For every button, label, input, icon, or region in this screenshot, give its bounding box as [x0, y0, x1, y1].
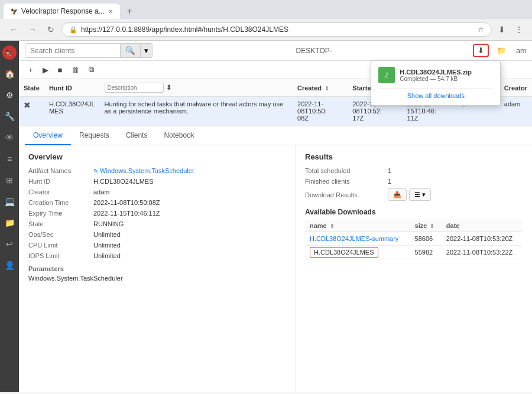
main-content: 🔍 ▾ DESKTOP- ⬇ Z H.CDL38O24JLMES.zip Com… [19, 41, 532, 392]
download-icon-btn[interactable]: ⬇ [473, 44, 489, 57]
avail-col-name[interactable]: name ⇕ [305, 220, 410, 232]
params-section: Parameters Windows.System.TaskScheduler [28, 265, 286, 282]
cell-creator: adam [499, 97, 532, 126]
download-btn-1[interactable]: 📥 [388, 188, 407, 201]
desktop-label: DESKTOP- [296, 47, 332, 55]
finished-clients-value: 1 [388, 178, 391, 185]
creation-time-label: Creation Time [28, 199, 93, 206]
sidebar-icon-tools[interactable]: 🔧 [0, 107, 19, 126]
finished-clients-label: Finished clients [305, 178, 388, 185]
refresh-btn[interactable]: ↻ [44, 24, 58, 35]
hunt-id-row: Hunt ID H.CDL38O24JLMES [28, 178, 286, 185]
search-container[interactable]: 🔍 ▾ [25, 43, 153, 58]
cell-state: ✖ [19, 97, 44, 126]
expiry-time-row: Expiry Time 2022-11-15T10:46:11Z [28, 210, 286, 217]
filter-sort-icon[interactable]: ⇕ [166, 84, 171, 92]
avail-col-date: date [442, 220, 523, 232]
state-row: State RUNNING [28, 220, 286, 227]
sidebar-icon-grid[interactable]: ⊞ [0, 171, 19, 190]
download-filename: H.CDL38O24JLMES.zip [400, 69, 493, 76]
download-popup-container: ⬇ Z H.CDL38O24JLMES.zip Completed — 54.7… [473, 44, 489, 57]
avail-cell-size-0: 58606 [410, 232, 442, 246]
download-item: Z H.CDL38O24JLMES.zip Completed — 54.7 k… [378, 67, 493, 83]
tab-overview[interactable]: Overview [25, 126, 71, 145]
creator-value: adam [93, 188, 110, 196]
download-info: H.CDL38O24JLMES.zip Completed — 54.7 kB [400, 69, 493, 82]
sidebar-icon-view[interactable]: 👁 [0, 128, 19, 147]
bookmark-icon[interactable]: ☆ [478, 25, 484, 34]
download-separator [378, 88, 493, 89]
download-btn-2[interactable]: ☰ ▾ [409, 188, 431, 201]
new-tab-btn[interactable]: + [124, 6, 136, 17]
avail-download-link-1[interactable]: H.CDL38O24JLMES [310, 247, 378, 258]
copy-hunt-btn[interactable]: ⧉ [85, 63, 98, 76]
url-input[interactable] [81, 25, 474, 34]
sidebar-icon-home[interactable]: 🏠 [0, 64, 19, 83]
extensions-btn[interactable]: ⬇ [495, 24, 508, 35]
back-btn[interactable]: ← [6, 24, 21, 35]
total-scheduled-row: Total scheduled 1 [305, 167, 523, 174]
description-filter-input[interactable] [105, 83, 164, 93]
avail-cell-date-0: 2022-11-08T10:53:20Z [442, 232, 523, 246]
active-tab[interactable]: 🦅 Velociraptor Response a... ✕ [4, 4, 120, 19]
total-scheduled-label: Total scheduled [305, 167, 388, 174]
avail-cell-name-1: H.CDL38O24JLMES [305, 246, 410, 259]
address-bar[interactable]: 🔒 ☆ [61, 22, 492, 37]
iops-limit-label: IOPS Limit [28, 252, 93, 259]
artifact-names-label: Artifact Names [28, 167, 93, 174]
col-state: State [19, 79, 44, 97]
search-dropdown-btn[interactable]: ▾ [140, 44, 152, 57]
avail-col-size[interactable]: size ⇕ [410, 220, 442, 232]
expiry-time-value: 2022-11-15T10:46:11Z [93, 210, 160, 217]
browser-actions: ⬇ ⋮ [495, 24, 526, 35]
overview-left: Overview Artifact Names Windows.System.T… [19, 145, 296, 392]
cell-created: 2022-11-08T10:50: 08Z [293, 97, 348, 126]
top-toolbar: 🔍 ▾ DESKTOP- ⬇ Z H.CDL38O24JLMES.zip Com… [19, 41, 532, 61]
avail-download-link-0[interactable]: H.CDL38O24JLMES-summary [310, 235, 398, 242]
sidebar-icon-user[interactable]: 👤 [0, 256, 19, 275]
state-label: State [28, 220, 93, 227]
tab-notebook[interactable]: Notebook [155, 126, 202, 145]
forward-btn[interactable]: → [25, 24, 40, 35]
download-file-icon: Z [378, 67, 395, 83]
sidebar-icon-list[interactable]: ≡ [0, 149, 19, 168]
available-downloads-title: Available Downloads [305, 208, 523, 216]
sidebar-icon-settings[interactable]: ⚙ [0, 86, 19, 105]
col-creator: Creator [499, 79, 532, 97]
sidebar-icon-folder[interactable]: 📁 [0, 213, 19, 232]
search-input[interactable] [25, 44, 120, 57]
creation-time-value: 2022-11-08T10:50:08Z [93, 199, 160, 206]
tab-requests[interactable]: Requests [71, 126, 118, 145]
detail-panel: Overview Requests Clients Notebook Overv… [19, 126, 532, 392]
add-hunt-btn[interactable]: + [25, 64, 37, 76]
folder-icon-btn[interactable]: 📁 [494, 45, 509, 56]
available-downloads-table: name ⇕ size ⇕ date H.CDL38O24JLMES-summa… [305, 220, 523, 259]
tab-title: Velociraptor Response a... [21, 7, 105, 15]
play-hunt-btn[interactable]: ▶ [39, 64, 52, 76]
stop-hunt-btn[interactable]: ■ [54, 64, 66, 76]
col-created[interactable]: Created ⇕ [293, 79, 348, 97]
cpu-limit-label: CPU Limit [28, 242, 93, 249]
avail-row-0: H.CDL38O24JLMES-summary 58606 2022-11-08… [305, 232, 523, 246]
tab-clients[interactable]: Clients [118, 126, 156, 145]
overview-title: Overview [28, 152, 286, 161]
avail-cell-size-1: 55982 [410, 246, 442, 259]
avail-cell-date-1: 2022-11-08T10:53:22Z [442, 246, 523, 259]
download-btns: 📥 ☰ ▾ [388, 188, 431, 201]
col-description: ⇕ [100, 79, 293, 97]
state-icon: ✖ [24, 100, 31, 110]
ops-sec-label: Ops/Sec [28, 231, 93, 238]
sidebar-icon-desktop[interactable]: 💻 [0, 192, 19, 211]
download-results-label: Download Results [305, 191, 388, 198]
app-container: 🦅 🏠 ⚙ 🔧 👁 ≡ ⊞ 💻 📁 ↩ 👤 🔍 ▾ DESKTOP- ⬇ [0, 41, 532, 392]
tab-close-btn[interactable]: ✕ [108, 8, 113, 15]
sidebar-icon-back[interactable]: ↩ [0, 235, 19, 253]
browser-controls: ← → ↻ 🔒 ☆ ⬇ ⋮ [0, 19, 532, 40]
artifact-names-value[interactable]: Windows.System.TaskScheduler [93, 167, 194, 174]
delete-hunt-btn[interactable]: 🗑 [68, 64, 83, 76]
menu-btn[interactable]: ⋮ [512, 24, 526, 35]
avail-row-1: H.CDL38O24JLMES 55982 2022-11-08T10:53:2… [305, 246, 523, 259]
params-title: Parameters [28, 265, 286, 272]
search-button[interactable]: 🔍 [120, 44, 140, 57]
show-all-downloads-link[interactable]: Show all downloads [378, 92, 493, 99]
